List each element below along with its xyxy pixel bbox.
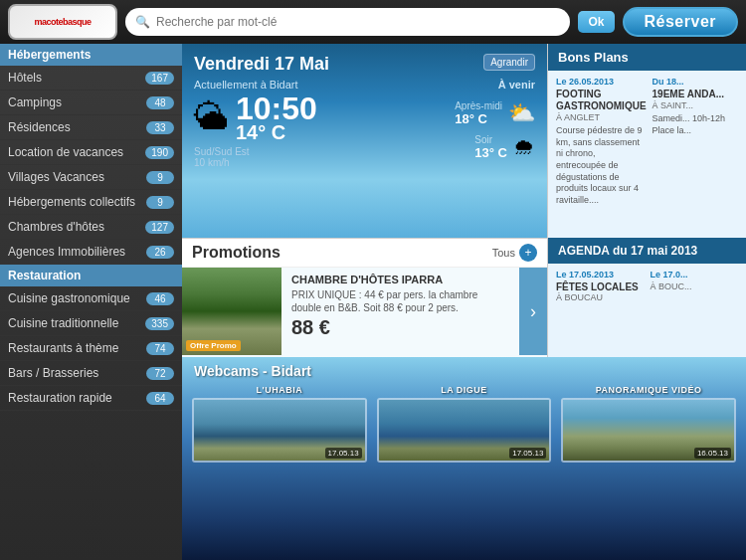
agenda-event-1: FÊTES LOCALES [556,281,645,292]
weather-widget: Vendredi 17 Mai Agrandir Actuellement à … [182,44,547,238]
weather-afternoon: Après-midi 18° C ⛅ [455,100,535,126]
sidebar-item[interactable]: Hôtels167 [0,66,182,91]
weather-evening: Soir 13° C 🌧 [474,134,535,160]
sidebar-item[interactable]: Chambres d'hôtes127 [0,215,182,240]
search-icon: 🔍 [135,15,150,29]
bons-loc-1: À ANGLET [556,112,647,122]
sidebar-badge: 46 [146,292,174,305]
promo-price: 88 € [291,316,509,339]
sidebar-item-label: Hébergements collectifs [8,195,135,209]
search-input[interactable] [156,15,560,29]
webcam-digue-date: 17.05.13 [509,448,546,459]
ok-button[interactable]: Ok [578,11,614,33]
agenda-content: Le 17.05.2013 FÊTES LOCALES À BOUCAU Le … [548,264,746,308]
sidebar-badge: 33 [146,121,174,134]
webcam-panoramique-date: 16.05.13 [694,448,731,459]
weather-wind-speed: 10 km/h [194,157,439,168]
webcam-luhabia: L'UHABIA 17.05.13 [192,385,367,463]
sidebar-badge: 9 [146,196,174,209]
logo-text: macotebasque [34,17,91,27]
promo-content: Offre Promo CHAMBRE D'HÔTES IPARRA PRIX … [182,268,547,355]
bons-plans-content: Le 26.05.2013 FOOTING GASTRONOMIQUE À AN… [548,71,746,213]
weather-evening-temp: 13° C [474,145,507,160]
bons-desc-2: Samedi... 10h-12h Place la... [653,113,738,136]
weather-avenir-label: À venir [498,79,535,91]
sidebar-item-label: Restaurants à thème [8,341,118,355]
bons-plans-col2: Du 18... 19EME ANDA... À SAINT... Samedi… [653,77,738,207]
sidebar-item-label: Agences Immobilières [8,245,125,259]
sidebar-item[interactable]: Campings48 [0,91,182,115]
sidebar: HébergementsHôtels167Campings48Résidence… [0,44,182,560]
bons-loc-2: À SAINT... [653,100,738,110]
weather-wind: Sud/Sud Est [194,146,439,157]
agenda-col2: Le 17.0... À BOUC... [651,270,739,302]
weather-cloud-icon: 🌥 [194,96,230,138]
bons-date-2: Du 18... [653,77,738,87]
sidebar-item[interactable]: Agences Immobilières26 [0,240,182,265]
promo-desc: PRIX UNIQUE : 44 € par pers. la chambre … [291,288,509,314]
weather-afternoon-temp: 18° C [455,111,502,126]
webcams-title: Webcams - Bidart [182,357,746,385]
sidebar-item-label: Location de vacances [8,145,123,159]
promo-header: Promotions Tous + [182,239,547,268]
logo: macotebasque [8,4,117,40]
agrandir-button[interactable]: Agrandir [483,54,535,71]
weather-forecast: À venir Après-midi 18° C ⛅ Soir 13° C [455,79,535,168]
sidebar-badge: 9 [146,171,174,184]
bons-title-1: FOOTING GASTRONOMIQUE [556,89,647,112]
evening-cloud-icon: 🌧 [513,134,535,160]
weather-current: Actuellement à Bidart 🌥 10:50 14° C Sud/… [194,79,439,168]
sidebar-badge: 48 [146,96,174,109]
reserver-button[interactable]: Réserver [623,7,739,37]
webcams-grid: L'UHABIA 17.05.13 LA DIGUE 17.05.13 [182,385,746,463]
promotions-panel: Promotions Tous + Offre Promo CHAMBRE D'… [182,238,547,357]
webcam-panoramique-label: PANORAMIQUE VIDÉO [561,385,736,395]
sidebar-item-label: Hôtels [8,71,42,85]
promo-details: CHAMBRE D'HÔTES IPARRA PRIX UNIQUE : 44 … [281,268,519,355]
bons-plans-panel: Bons Plans Le 26.05.2013 FOOTING GASTRON… [547,44,746,238]
promo-next-button[interactable]: › [519,268,547,355]
bons-plans-title: Bons Plans [558,50,629,65]
afternoon-cloud-icon: ⛅ [508,100,535,126]
weather-date: Vendredi 17 Mai [194,54,329,75]
webcam-panoramique-thumb[interactable]: 16.05.13 [561,398,736,463]
weather-header: Vendredi 17 Mai Agrandir [194,54,535,75]
sidebar-item[interactable]: Location de vacances190 [0,140,182,165]
sidebar-item-label: Villages Vacances [8,170,104,184]
sidebar-item[interactable]: Cuisine gastronomique46 [0,286,182,311]
sidebar-badge: 335 [145,317,174,330]
webcam-digue-thumb[interactable]: 17.05.13 [377,398,552,463]
webcam-luhabia-date: 17.05.13 [325,448,362,459]
sidebar-badge: 64 [146,392,174,405]
sidebar-item[interactable]: Hébergements collectifs9 [0,190,182,215]
sidebar-item[interactable]: Restaurants à thème74 [0,336,182,361]
promo-tous: Tous + [492,244,537,262]
weather-evening-label: Soir [474,134,507,145]
promo-plus-button[interactable]: + [519,244,537,262]
bons-desc-1: Course pédestre de 9 km, sans classement… [556,125,647,207]
sidebar-item-label: Bars / Brasseries [8,366,98,380]
sidebar-item[interactable]: Villages Vacances9 [0,165,182,190]
sidebar-item[interactable]: Résidences33 [0,115,182,140]
sidebar-item[interactable]: Bars / Brasseries72 [0,361,182,386]
webcam-digue: LA DIGUE 17.05.13 [377,385,552,463]
content-area: Vendredi 17 Mai Agrandir Actuellement à … [182,44,746,560]
webcams-overlay: Webcams - Bidart L'UHABIA 17.05.13 LA DI… [182,357,746,560]
sidebar-badge: 190 [145,146,174,159]
sidebar-section: Hébergements [0,44,182,66]
sidebar-badge: 127 [145,221,174,234]
agenda-col1: Le 17.05.2013 FÊTES LOCALES À BOUCAU [556,270,645,302]
sidebar-item[interactable]: Restauration rapide64 [0,386,182,411]
agenda-date-1: Le 17.05.2013 [556,270,645,280]
sidebar-item[interactable]: Cuisine traditionnelle335 [0,311,182,336]
promo-tous-label: Tous [492,247,515,259]
bons-plans-header: Bons Plans [548,44,746,71]
sidebar-item-label: Chambres d'hôtes [8,220,104,234]
sidebar-item-label: Restauration rapide [8,391,112,405]
promotions-row: Promotions Tous + Offre Promo CHAMBRE D'… [182,238,746,357]
webcams-section: Webcams - Bidart L'UHABIA 17.05.13 LA DI… [182,357,746,560]
webcam-luhabia-thumb[interactable]: 17.05.13 [192,398,367,463]
bons-date-1: Le 26.05.2013 [556,77,647,87]
agenda-title: AGENDA du 17 mai 2013 [558,244,697,258]
promo-name: CHAMBRE D'HÔTES IPARRA [291,274,509,285]
